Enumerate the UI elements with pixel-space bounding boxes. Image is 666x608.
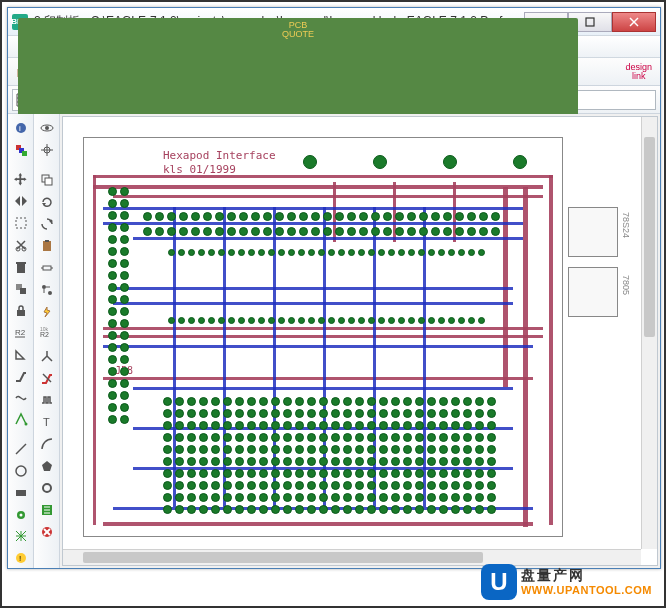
svg-text:i: i [19,124,21,133]
svg-rect-53 [20,288,26,294]
vertical-scrollbar[interactable] [641,117,657,549]
close-button[interactable] [612,12,656,32]
drc-tool[interactable]: ! [11,548,31,568]
pinswap-tool[interactable] [37,280,57,300]
designlink-badge[interactable]: designlink [621,61,656,83]
svg-point-59 [16,466,26,476]
polygon-tool[interactable] [37,456,57,476]
svg-rect-46 [22,151,27,156]
rect-tool[interactable] [11,483,31,503]
connector-1-label: 78S24 [621,212,631,238]
svg-text:10k: 10k [40,327,49,332]
split-tool[interactable] [37,346,57,366]
work-area: i R2 ! [8,114,660,568]
svg-rect-75 [43,266,51,270]
ratsnest-tool[interactable] [11,527,31,547]
svg-rect-1 [586,18,594,26]
meander-tool[interactable] [37,390,57,410]
watermark: U 盘量产网 WWW.UPANTOOL.COM [481,564,652,600]
rotate-tool[interactable] [37,192,57,212]
svg-text:T: T [43,416,50,428]
value-tool[interactable]: R210k [37,324,57,344]
watermark-text-cn: 盘量产网 [521,568,652,583]
connector-2-label: 7805 [621,275,631,295]
svg-rect-74 [45,240,49,242]
svg-rect-50 [17,264,25,273]
svg-point-62 [19,513,22,516]
replace-tool[interactable] [11,279,31,299]
pad-row [143,212,500,221]
horizontal-scrollbar[interactable] [63,549,641,565]
signal-tool[interactable] [11,410,31,430]
arc-tool[interactable] [37,434,57,454]
outer-frame: BRD 2 印制板 - C:\EAGLE-7.1.0\projects\exam… [0,0,666,608]
svg-rect-71 [45,178,52,185]
pad-row [143,227,500,236]
svg-rect-73 [43,241,51,251]
add-tool[interactable] [37,258,57,278]
wire-tool[interactable] [11,388,31,408]
smash-tool[interactable] [37,302,57,322]
change-tool[interactable] [37,214,57,234]
svg-point-79 [48,291,52,295]
watermark-logo: U [481,564,517,600]
copy-tool[interactable] [37,170,57,190]
app-window: BRD 2 印制板 - C:\EAGLE-7.1.0\projects\exam… [7,7,661,569]
group-tool[interactable] [11,213,31,233]
name-tool[interactable]: R2 [11,322,31,342]
dip-bottom [168,317,485,324]
svg-point-84 [43,484,51,492]
connector-2 [568,267,618,317]
hole-tool[interactable] [37,478,57,498]
auto-tool[interactable] [37,500,57,520]
main-toolbar: SCR ULP ? designlink PCBQUOTE [8,58,660,86]
errors-tool[interactable] [37,522,57,542]
circle-tool[interactable] [11,461,31,481]
layout-canvas[interactable]: Hexapod Interface kls 01/1999 JP8 [62,116,658,566]
lock-tool[interactable] [11,300,31,320]
pcb-board: Hexapod Interface kls 01/1999 JP8 [73,127,633,547]
board-title-text: Hexapod Interface [163,149,276,162]
cut-tool[interactable] [11,235,31,255]
delete-tool[interactable] [11,257,31,277]
svg-text:R2: R2 [40,331,49,338]
svg-point-72 [49,220,52,223]
svg-rect-47 [16,218,26,228]
mark-tool[interactable] [37,140,57,160]
svg-point-57 [24,423,27,426]
svg-rect-54 [17,310,25,316]
move-tool[interactable] [11,170,31,190]
mirror-tool[interactable] [11,191,31,211]
line-tool[interactable] [11,439,31,459]
layers-tool[interactable] [11,140,31,160]
text-tool[interactable]: T [37,412,57,432]
svg-rect-60 [16,490,26,496]
scrollbar-thumb[interactable] [83,552,483,563]
watermark-url: WWW.UPANTOOL.COM [521,584,652,596]
left-toolbar-2: R210k T [34,114,60,568]
paste-tool[interactable] [37,236,57,256]
connector-1 [568,207,618,257]
via-tool[interactable] [11,505,31,525]
svg-point-42 [16,123,26,133]
left-toolbar-1: i R2 ! [8,114,34,568]
route-tool[interactable] [11,366,31,386]
dip-left [108,187,129,424]
dip-grid [163,397,496,514]
info-tool[interactable]: i [11,118,31,138]
svg-point-66 [45,126,49,130]
svg-point-78 [42,285,46,289]
svg-text:!: ! [19,554,21,563]
show-tool[interactable] [37,118,57,138]
ripup-tool[interactable] [37,368,57,388]
dip-top [168,249,485,256]
svg-text:R2: R2 [15,328,26,337]
svg-line-58 [16,444,26,454]
scrollbar-thumb[interactable] [644,137,655,337]
svg-rect-51 [16,262,26,264]
miter-tool[interactable] [11,344,31,364]
